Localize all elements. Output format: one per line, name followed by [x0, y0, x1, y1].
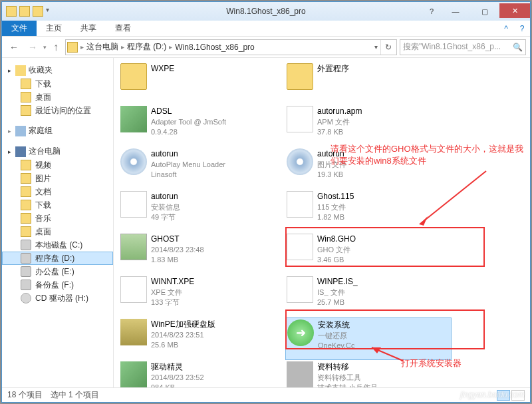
- file-icon: [120, 276, 147, 303]
- ribbon-expand-icon[interactable]: ^: [498, 21, 514, 36]
- file-meta: OneKey.Cc: [318, 341, 354, 351]
- nav-desktop2[interactable]: 桌面: [2, 225, 113, 238]
- file-item[interactable]: WXPE: [119, 62, 285, 104]
- file-item[interactable]: WinPE加强硬盘版 2014/8/23 23:51 25.6 MB: [119, 317, 285, 360]
- file-name: 安装系统: [318, 319, 354, 331]
- history-dropdown-icon[interactable]: ▾: [43, 44, 47, 51]
- file-meta: 133 字节: [151, 298, 194, 307]
- address-dropdown-icon[interactable]: ▾: [374, 43, 378, 51]
- forward-button: →: [25, 39, 41, 55]
- nav-music[interactable]: 音乐: [2, 212, 113, 225]
- file-meta: 2014/8/23 23:52: [151, 373, 204, 383]
- qat-dropdown-icon[interactable]: ▾: [46, 6, 49, 17]
- nav-thispc[interactable]: ▸这台电脑: [2, 144, 113, 158]
- file-meta: 2014/8/23 23:48: [151, 245, 204, 255]
- file-item[interactable]: autorun.apm APM 文件 37.8 KB: [285, 104, 452, 147]
- file-name: WXPE: [151, 63, 174, 75]
- file-item[interactable]: 驱动精灵 2014/8/23 23:52 984 KB: [119, 360, 285, 387]
- file-item[interactable]: 安装系统 一键还原 OneKey.Cc: [285, 317, 452, 360]
- minimize-button[interactable]: —: [441, 5, 470, 18]
- file-icon: [120, 361, 147, 387]
- qat-icon-1[interactable]: [19, 6, 30, 17]
- file-list: WXPE 外置程序 ADSL Adapter Tool @ JmSoft 0.9…: [114, 58, 530, 387]
- file-meta: 984 KB: [151, 383, 204, 387]
- file-meta: 图片文件: [317, 160, 346, 170]
- file-icon: [287, 63, 313, 90]
- nav-favorites[interactable]: ▸收藏夹: [2, 63, 113, 77]
- file-name: autorun: [151, 191, 180, 202]
- file-item[interactable]: autorun AutoPlay Menu Loader Linasoft: [119, 147, 285, 190]
- file-meta: 3.46 GB: [317, 255, 356, 265]
- tab-view[interactable]: 查看: [106, 21, 140, 36]
- file-icon: [120, 63, 147, 90]
- nav-pictures[interactable]: 图片: [2, 172, 113, 185]
- tab-share[interactable]: 共享: [71, 21, 106, 36]
- file-meta: 49 字节: [151, 212, 180, 222]
- file-icon: [120, 106, 147, 132]
- minimize-ribbon-button[interactable]: ?: [422, 5, 441, 18]
- explorer-window: ▾ Win8.1Ghost_x86_pro ? — ▢ ✕ 文件 主页 共享 查…: [1, 1, 531, 403]
- nav-drive-e[interactable]: 办公盘 (E:): [2, 265, 113, 278]
- file-name: WinPE加强硬盘版: [151, 319, 215, 330]
- file-icon: [287, 319, 314, 346]
- file-item[interactable]: Win8.GHO GHO 文件 3.46 GB: [285, 232, 452, 275]
- file-meta: 37.8 KB: [317, 127, 362, 137]
- file-item[interactable]: WINNT.XPE XPE 文件 133 字节: [119, 275, 285, 317]
- nav-documents[interactable]: 文档: [2, 185, 113, 198]
- file-item[interactable]: 资料转移 资料转移工具 技术支持 小兵作品: [285, 360, 452, 387]
- maximize-button[interactable]: ▢: [470, 5, 499, 18]
- file-icon: [287, 191, 313, 218]
- file-item[interactable]: autorun 图片文件 19.3 KB: [285, 147, 452, 190]
- up-button[interactable]: ↑: [49, 41, 63, 54]
- file-meta: APM 文件: [317, 117, 362, 127]
- back-button[interactable]: ←: [6, 39, 22, 55]
- nav-recent[interactable]: 最近访问的位置: [2, 104, 113, 117]
- file-item[interactable]: 外置程序: [285, 62, 452, 104]
- file-item[interactable]: Ghost.115 115 文件 1.82 MB: [285, 190, 452, 232]
- file-name: autorun.apm: [317, 106, 362, 117]
- nav-downloads2[interactable]: 下载: [2, 198, 113, 212]
- ribbon-tabs: 文件 主页 共享 查看 ^ ?: [2, 21, 530, 37]
- nav-drive-c[interactable]: 本地磁盘 (C:): [2, 238, 113, 252]
- nav-homegroup[interactable]: ▸家庭组: [2, 124, 113, 138]
- tab-home[interactable]: 主页: [37, 21, 71, 36]
- search-input[interactable]: 搜索"Win8.1Ghost_x86_p... 🔍: [400, 39, 526, 55]
- nav-downloads[interactable]: 下载: [2, 77, 113, 91]
- close-button[interactable]: ✕: [499, 3, 530, 18]
- file-icon: [287, 234, 313, 260]
- crumb-folder[interactable]: Win8.1Ghost_x86_pro: [175, 43, 254, 52]
- refresh-button[interactable]: ↻: [380, 40, 395, 55]
- search-icon: 🔍: [513, 43, 523, 52]
- help-icon[interactable]: ?: [514, 21, 530, 36]
- file-meta: 25.6 MB: [151, 340, 215, 350]
- file-item[interactable]: autorun 安装信息 49 字节: [119, 190, 285, 232]
- status-count: 18 个项目: [7, 389, 43, 401]
- file-name: ADSL: [151, 106, 226, 117]
- crumb-pc[interactable]: 这台电脑: [86, 41, 118, 53]
- file-item[interactable]: GHOST 2014/8/23 23:48 1.83 MB: [119, 232, 285, 275]
- file-icon: [287, 148, 313, 175]
- file-icon: [120, 191, 147, 218]
- file-meta: GHO 文件: [317, 245, 356, 255]
- file-item[interactable]: ADSL Adapter Tool @ JmSoft 0.9.4.28: [119, 104, 285, 147]
- file-name: Ghost.115: [317, 191, 354, 202]
- nav-videos[interactable]: 视频: [2, 158, 113, 172]
- file-meta: 115 文件: [317, 202, 354, 212]
- file-icon: [287, 276, 313, 303]
- nav-drive-h[interactable]: CD 驱动器 (H:): [2, 292, 113, 305]
- qat-icon-2[interactable]: [33, 6, 43, 17]
- nav-drive-f[interactable]: 备份盘 (F:): [2, 278, 113, 292]
- address-bar[interactable]: ▸ 这台电脑 ▸ 程序盘 (D:) ▸ Win8.1Ghost_x86_pro …: [65, 39, 397, 55]
- file-meta: AutoPlay Menu Loader: [151, 160, 225, 170]
- file-item[interactable]: WINPE.IS_ IS_ 文件 25.7 MB: [285, 275, 452, 317]
- crumb-drive[interactable]: 程序盘 (D:): [127, 41, 166, 53]
- file-name: autorun: [151, 148, 225, 160]
- tab-file[interactable]: 文件: [2, 21, 37, 36]
- file-name: WINPE.IS_: [317, 276, 358, 288]
- nav-drive-d[interactable]: 程序盘 (D:): [2, 252, 113, 265]
- file-meta: 资料转移工具: [317, 373, 378, 383]
- nav-desktop[interactable]: 桌面: [2, 91, 113, 104]
- search-placeholder: 搜索"Win8.1Ghost_x86_p...: [403, 41, 501, 53]
- nav-pane: ▸收藏夹 下载 桌面 最近访问的位置 ▸家庭组 ▸这台电脑 视频 图片 文档 下…: [2, 58, 114, 387]
- file-name: GHOST: [151, 234, 204, 245]
